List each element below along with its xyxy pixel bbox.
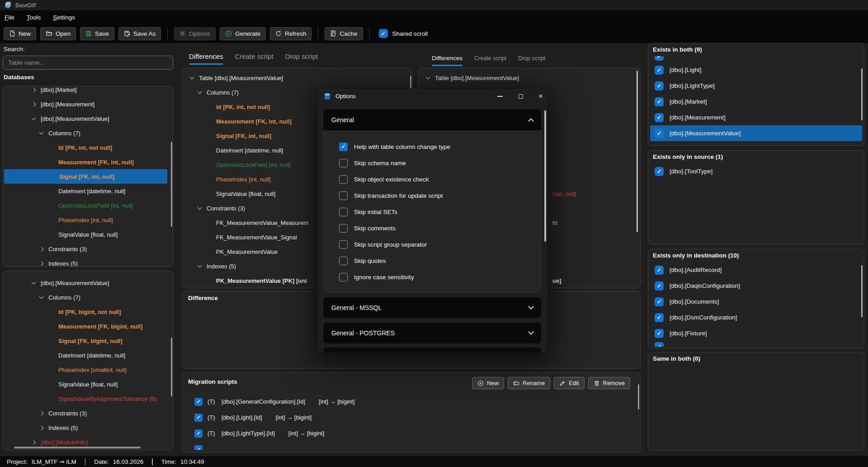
scrollbar-thumb[interactable] <box>171 142 172 227</box>
table-row[interactable]: [dbo].[Fixture] <box>648 325 864 341</box>
row-checkbox[interactable] <box>655 97 664 106</box>
tree-item[interactable]: Indexes (5) <box>3 420 173 435</box>
migration-row[interactable]: (T) [dbo].[GeneralConfiguration].[Id] [i… <box>183 394 640 410</box>
table-row[interactable]: [dbo].[Market] <box>648 94 864 110</box>
tree-item[interactable]: Columns (7) <box>3 126 173 140</box>
table-row[interactable]: [dbo].[MeasurementValue] <box>650 125 862 141</box>
dialog-maximize-button[interactable] <box>515 91 527 102</box>
row-checkbox[interactable] <box>655 297 664 306</box>
option-row[interactable]: Ignore case sensitivity <box>324 269 541 285</box>
row-checkbox[interactable] <box>655 266 664 275</box>
options-button[interactable]: Options <box>174 27 216 40</box>
row-checkbox[interactable] <box>194 398 203 406</box>
row-checkbox[interactable] <box>655 342 664 347</box>
save-as-button[interactable]: Save As <box>118 27 161 40</box>
tree-item[interactable]: SignalValue [float, null] <box>3 227 173 242</box>
tree-item[interactable]: Indexes (5) <box>3 256 173 267</box>
dialog-minimize-button[interactable] <box>494 91 506 102</box>
tree-item[interactable]: Signal [FK, bigint, null] <box>3 334 173 348</box>
search-input[interactable] <box>3 56 173 70</box>
h-scrollbar-thumb[interactable] <box>14 447 141 448</box>
tree-item[interactable]: Constraints (3) <box>3 242 173 256</box>
table-row[interactable] <box>648 56 864 62</box>
tab-differences[interactable]: Differences <box>432 55 462 66</box>
tree-item[interactable]: [dbo].[Measurement] <box>3 97 173 111</box>
option-row[interactable]: Skip object existence check <box>324 171 541 187</box>
tree-item[interactable]: Constraints (3) <box>3 406 173 420</box>
close-button[interactable]: × <box>0 0 14 10</box>
option-checkbox[interactable] <box>339 159 348 167</box>
dialog-close-button[interactable]: × <box>535 91 547 102</box>
dialog-scrollbar-thumb[interactable] <box>544 110 546 242</box>
table-row[interactable]: [dbo].[DaqisConfiguration] <box>648 278 864 294</box>
shared-scroll-checkbox[interactable] <box>379 29 388 38</box>
tree-item[interactable]: SignalValue [float, null] <box>3 377 173 391</box>
menu-settings[interactable]: Settings <box>53 14 75 21</box>
tree-item[interactable]: Table [dbo].[MeasurementValue] <box>183 71 412 85</box>
tree-item[interactable]: Signal [FK, int, null] <box>4 169 167 184</box>
tree-item[interactable]: [dbo].[MeasurementValue] <box>3 111 173 126</box>
migration-remove-button[interactable]: Remove <box>588 377 630 389</box>
menu-tools[interactable]: Tools <box>27 14 41 21</box>
option-row[interactable]: Help with table column change type <box>324 138 541 155</box>
section-postgres-header[interactable]: General - POSTGRES <box>323 323 541 343</box>
tree-item[interactable]: PhaseIndex [smallint, null] <box>3 362 173 377</box>
row-checkbox[interactable] <box>194 445 203 450</box>
tree-item[interactable]: [dbo].[MeasurementValue] <box>3 276 173 290</box>
tree-item[interactable]: Table [dbo].[MeasurementValue] <box>419 71 640 85</box>
table-row[interactable]: [dbo].[Light] <box>648 62 864 78</box>
row-checkbox[interactable] <box>655 81 664 91</box>
option-row[interactable]: Skip initial SETs <box>324 204 541 220</box>
tree-item[interactable]: Columns (7) <box>3 290 173 305</box>
migration-row[interactable]: (T) [dbo].[LightType].[Id] [int] → [bigi… <box>183 425 640 441</box>
row-checkbox[interactable] <box>655 167 664 176</box>
tab-drop-script[interactable]: Drop script <box>518 55 545 66</box>
refresh-button[interactable]: Refresh <box>270 27 311 40</box>
tree-item[interactable]: Id [PK, int, not null] <box>3 140 173 155</box>
tree-item[interactable]: Id [PK, bigint, not null] <box>3 305 173 319</box>
option-checkbox[interactable] <box>339 208 348 216</box>
option-checkbox[interactable] <box>339 240 348 249</box>
tab-create-script[interactable]: Create script <box>474 55 506 66</box>
option-row[interactable]: Skip schema name <box>324 155 541 171</box>
open-button[interactable]: Open <box>40 27 76 40</box>
row-checkbox[interactable] <box>655 329 664 338</box>
generate-button[interactable]: Generate <box>220 27 266 40</box>
shared-scroll-toggle[interactable]: Shared scroll <box>379 29 428 38</box>
option-checkbox[interactable] <box>339 143 348 151</box>
option-row[interactable]: Skip script group separator <box>324 236 541 253</box>
option-row[interactable]: Skip comments <box>324 220 541 236</box>
section-general-header[interactable]: General <box>323 109 541 130</box>
option-row[interactable]: Skip quotes <box>324 253 541 269</box>
tree-item[interactable]: [dbo].[Market] <box>3 86 173 97</box>
option-checkbox[interactable] <box>339 257 348 265</box>
row-checkbox[interactable] <box>655 113 664 122</box>
migration-row[interactable] <box>183 445 640 450</box>
table-row[interactable]: [dbo].[ToolType] <box>648 163 864 179</box>
option-checkbox[interactable] <box>339 191 348 200</box>
tree-item[interactable]: PhaseIndex [int, null] <box>3 213 173 227</box>
option-checkbox[interactable] <box>339 175 348 184</box>
scrollbar-thumb[interactable] <box>861 68 863 120</box>
scrollbar-thumb[interactable] <box>171 338 172 396</box>
tree-item[interactable]: OptimisticLockField [int, null] <box>3 198 173 213</box>
table-row[interactable]: [dbo].[DsmConfiguration] <box>648 310 864 325</box>
table-row[interactable]: [dbo].[Documents] <box>648 294 864 310</box>
save-button[interactable]: Save <box>80 27 114 40</box>
row-checkbox[interactable] <box>655 56 664 61</box>
row-checkbox[interactable] <box>655 281 664 291</box>
option-checkbox[interactable] <box>339 224 348 233</box>
migration-row[interactable]: (T) [dbo].[Light].[Id] [int] → [bigint] <box>183 410 640 425</box>
tree-item[interactable]: DateInsert [datetime, null] <box>3 184 173 198</box>
migration-edit-button[interactable]: Edit <box>554 377 584 389</box>
tab-create-script[interactable]: Create script <box>235 52 274 65</box>
table-row[interactable]: [dbo].[AuditRecord] <box>648 262 864 278</box>
new-button[interactable]: New <box>4 27 36 40</box>
row-checkbox[interactable] <box>194 429 203 438</box>
tree-item[interactable]: DateInsert [datetime, null] <box>3 348 173 362</box>
table-row[interactable]: [dbo].[Measurement] <box>648 110 864 125</box>
row-checkbox[interactable] <box>655 313 664 322</box>
tree-item[interactable]: Measurement [FK, bigint, null] <box>3 319 173 334</box>
menu-file[interactable]: File <box>5 14 14 21</box>
section-partial-header[interactable] <box>323 348 541 353</box>
